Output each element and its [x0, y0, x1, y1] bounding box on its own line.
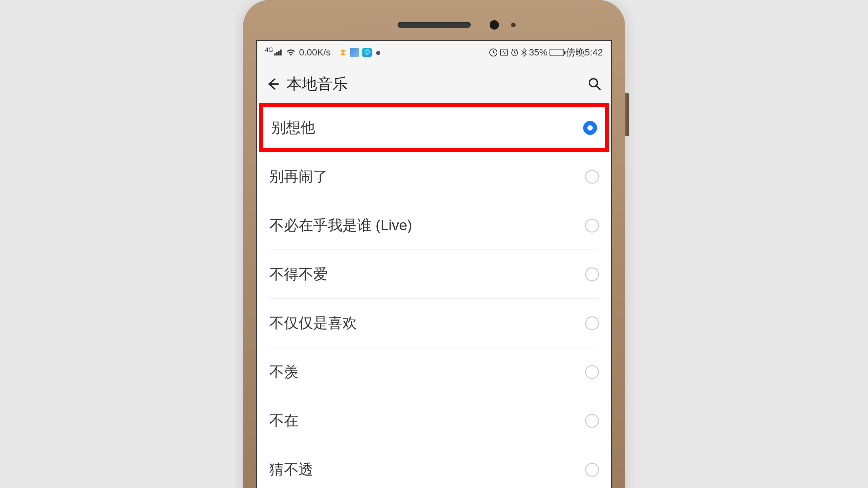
select-radio[interactable]: [585, 414, 599, 428]
phone-hardware-top: [256, 10, 612, 40]
speaker-grille: [398, 22, 471, 28]
status-bar: 4G 0.00K/s ⧗ ● N: [257, 41, 611, 64]
status-right: N 35% 傍晚5:42: [489, 46, 603, 59]
music-list-item[interactable]: 别再闹了: [257, 152, 611, 201]
music-item-title: 不在: [269, 411, 585, 430]
proximity-sensor: [511, 23, 516, 27]
music-list-item[interactable]: 猜不透: [257, 445, 611, 488]
sync-icon: [489, 48, 498, 57]
music-item-title: 别再闹了: [269, 167, 585, 186]
music-item-title: 猜不透: [269, 460, 585, 479]
music-item-title: 不羡: [269, 362, 585, 382]
music-list-item[interactable]: 不必在乎我是谁 (Live): [257, 201, 611, 250]
music-list-item[interactable]: 不得不爱: [257, 250, 611, 299]
back-arrow-icon: [266, 78, 279, 90]
bluetooth-icon: [521, 48, 527, 57]
music-list-item[interactable]: 不在: [257, 396, 611, 445]
status-left: 4G 0.00K/s ⧗ ●: [265, 47, 381, 58]
phone-frame: 4G 0.00K/s ⧗ ● N: [243, 0, 625, 488]
chat-bubble-icon: ●: [375, 47, 381, 58]
search-icon: [588, 77, 602, 91]
select-radio[interactable]: [585, 267, 599, 281]
battery-percent-label: 35%: [529, 47, 548, 58]
music-list-item[interactable]: 不羡: [257, 348, 611, 396]
music-item-title: 不得不爱: [269, 264, 585, 284]
front-camera: [490, 20, 499, 30]
nfc-icon: N: [500, 48, 508, 57]
svg-text:N: N: [502, 50, 506, 55]
back-button[interactable]: [265, 77, 280, 91]
music-item-title: 别想他: [271, 118, 583, 137]
side-button: [625, 93, 629, 136]
music-item-title: 不仅仅是喜欢: [269, 313, 585, 333]
cellular-signal-icon: 4G: [265, 49, 283, 56]
battery-icon: [550, 49, 564, 56]
clock-label: 傍晚5:42: [566, 46, 603, 59]
notification-app-icon: [362, 48, 372, 57]
select-radio[interactable]: [585, 170, 599, 184]
select-radio[interactable]: [585, 316, 599, 330]
select-radio[interactable]: [585, 463, 599, 477]
music-list-item[interactable]: 不仅仅是喜欢: [257, 299, 611, 348]
search-button[interactable]: [586, 76, 603, 92]
wifi-icon: [286, 48, 296, 57]
app-header: 本地音乐: [257, 64, 611, 104]
music-list-item[interactable]: 别想他: [259, 103, 609, 152]
net-speed-label: 0.00K/s: [299, 47, 331, 58]
page-title: 本地音乐: [286, 74, 348, 94]
select-radio[interactable]: [583, 121, 597, 135]
select-radio[interactable]: [585, 365, 599, 379]
screen: 4G 0.00K/s ⧗ ● N: [256, 40, 612, 488]
music-item-title: 不必在乎我是谁 (Live): [269, 216, 585, 235]
hourglass-icon: ⧗: [340, 47, 346, 58]
weather-app-icon: [350, 48, 359, 57]
select-radio[interactable]: [585, 219, 599, 232]
music-list: 别想他别再闹了不必在乎我是谁 (Live)不得不爱不仅仅是喜欢不羡不在猜不透: [257, 103, 611, 488]
alarm-icon: [510, 48, 519, 57]
